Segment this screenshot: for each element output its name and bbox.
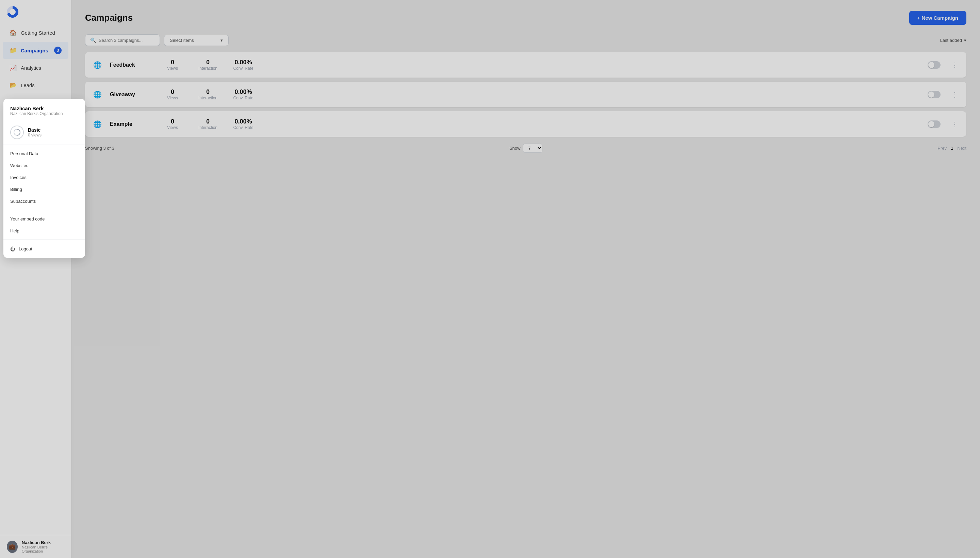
plan-name: Basic [28,127,41,133]
menu-item-invoices[interactable]: Invoices [3,171,85,184]
popup-overlay: Nazlıcan Berk Nazlıcan Berk's Organizati… [0,0,980,558]
menu-item-subaccounts[interactable]: Subaccounts [3,195,85,207]
plan-info: Basic 0 views [28,127,41,138]
logout-label: Logout [19,246,32,251]
popup-secondary-menu: Your embed code Help [3,210,85,240]
popup-plan: Basic 0 views [3,121,85,144]
plan-circle [10,126,24,139]
user-popup: Nazlıcan Berk Nazlıcan Berk's Organizati… [3,98,85,258]
popup-menu: Personal Data Websites Invoices Billing … [3,145,85,210]
menu-item-embed-code[interactable]: Your embed code [3,213,85,225]
logout-icon: ⏻ [10,246,15,252]
logout-button[interactable]: ⏻ Logout [3,243,85,255]
plan-icon [14,129,20,136]
popup-org: Nazlıcan Berk's Organization [10,111,78,116]
menu-item-help[interactable]: Help [3,225,85,237]
popup-username: Nazlıcan Berk [10,105,78,111]
menu-item-billing[interactable]: Billing [3,184,85,195]
menu-item-personal-data[interactable]: Personal Data [3,148,85,159]
popup-header: Nazlıcan Berk Nazlıcan Berk's Organizati… [3,98,85,121]
popup-footer: ⏻ Logout [3,240,85,258]
plan-views: 0 views [28,133,41,138]
menu-item-websites[interactable]: Websites [3,159,85,171]
